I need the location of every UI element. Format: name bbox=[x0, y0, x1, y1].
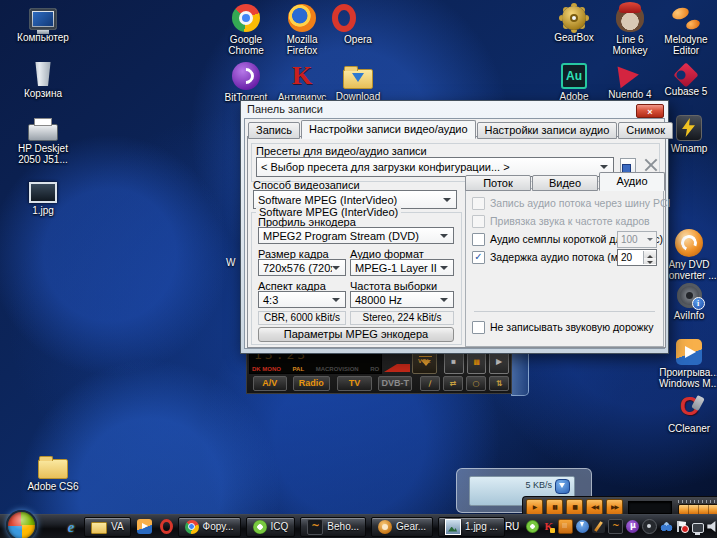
taskbar-opera-icon[interactable] bbox=[160, 519, 173, 534]
pause-button[interactable]: ▮▮ bbox=[546, 499, 563, 515]
taskbar-button-label: ICQ bbox=[271, 521, 289, 532]
tray-icon[interactable] bbox=[692, 523, 704, 533]
desktop-icon-image bbox=[343, 69, 373, 89]
no-audio-track-row[interactable]: Не записывать звуковую дорожку bbox=[472, 319, 659, 335]
checkbox[interactable] bbox=[472, 233, 485, 246]
stream-tab[interactable]: Поток bbox=[465, 175, 531, 191]
sample-rate-combo[interactable]: 48000 Hz bbox=[350, 291, 454, 308]
tray-icon[interactable] bbox=[660, 520, 673, 533]
checkbox-row[interactable]: Аудио семплы короткой длины (мс) 100 bbox=[472, 231, 659, 247]
taskbar-button[interactable]: 1.jpg ... bbox=[438, 517, 505, 537]
tray-icon[interactable] bbox=[526, 520, 539, 533]
mode-button[interactable]: TV bbox=[337, 376, 372, 391]
desktop-icon[interactable]: Проигрыва...Windows M... bbox=[661, 339, 717, 389]
desktop-icon-label: Opera bbox=[344, 34, 372, 45]
tray-icon[interactable] bbox=[642, 519, 657, 534]
desktop-icon-label: CCleaner bbox=[668, 423, 710, 434]
desktop-icon[interactable]: HP Deskjet2050 J51... bbox=[0, 116, 86, 165]
checkbox-label: Привязка звука к частоте кадров bbox=[490, 215, 650, 227]
taskbar-button[interactable]: Фору... bbox=[178, 517, 241, 537]
dialog-title: Панель записи bbox=[247, 103, 323, 115]
taskbar-button-va[interactable]: VA bbox=[84, 517, 131, 537]
desktop-icon-label: Winamp bbox=[671, 143, 708, 154]
stream-tab[interactable]: Видео bbox=[532, 175, 598, 191]
close-button[interactable]: × bbox=[636, 104, 664, 118]
checkbox-row[interactable]: ✓ Задержка аудио потока (мс) 20 bbox=[472, 249, 659, 265]
tool-button[interactable]: ⇄ bbox=[443, 376, 463, 391]
value-control[interactable]: 100 bbox=[617, 231, 657, 248]
volume-label: VOL bbox=[413, 358, 436, 364]
mode-button[interactable]: Radio bbox=[293, 376, 330, 391]
tool-button[interactable]: ○ bbox=[466, 376, 486, 391]
spinner-buttons[interactable] bbox=[643, 251, 656, 264]
desktop-icon-label: AviInfo bbox=[674, 310, 704, 321]
volume-wedge-icon[interactable] bbox=[384, 364, 409, 372]
tray-icon[interactable] bbox=[558, 519, 573, 534]
taskbar-button[interactable]: Gear... bbox=[371, 517, 433, 537]
audio-format-combo[interactable]: MPEG-1 Layer II bbox=[350, 259, 454, 276]
previous-button[interactable]: ◀◀ bbox=[586, 499, 603, 515]
tray-icon[interactable] bbox=[576, 520, 589, 533]
desktop-icon-label: GoogleChrome bbox=[228, 34, 264, 56]
download-badge-icon bbox=[555, 479, 570, 494]
desktop-icon[interactable]: Line 6Monkey bbox=[602, 4, 658, 62]
desktop-icon[interactable]: GearBox bbox=[546, 4, 602, 62]
stop-button[interactable]: ■ bbox=[566, 499, 583, 515]
checkbox[interactable] bbox=[472, 215, 485, 228]
desktop-icon[interactable]: 1.jpg bbox=[0, 176, 86, 216]
mode-button[interactable]: A/V bbox=[253, 376, 287, 391]
frame-size-combo[interactable]: 720x576 (720x480) bbox=[258, 259, 346, 276]
stream-tab[interactable]: Аудио bbox=[599, 172, 665, 191]
desktop-icon[interactable]: Opera bbox=[330, 4, 386, 62]
encoder-profile-combo[interactable]: MPEG2 Program Stream (DVD) bbox=[258, 227, 454, 244]
desktop-icon-adobe-cs6[interactable]: Adobe CS6 bbox=[10, 452, 96, 492]
play-button[interactable]: ▶ bbox=[526, 499, 543, 515]
checkbox[interactable] bbox=[472, 321, 485, 334]
taskbar-button[interactable]: ICQ bbox=[246, 517, 296, 537]
desktop-icon[interactable]: CCleaner bbox=[661, 393, 717, 434]
tab-label: Снимок bbox=[626, 124, 665, 136]
desktop-icon[interactable]: MozillaFirefox bbox=[274, 4, 330, 62]
mode-button[interactable]: DVB-T bbox=[378, 376, 412, 391]
taskbar-button[interactable]: Beho... bbox=[300, 517, 366, 537]
start-button[interactable] bbox=[6, 510, 37, 538]
checkbox-row[interactable]: Привязка звука к частоте кадров bbox=[472, 213, 659, 229]
tray-icon[interactable] bbox=[626, 520, 639, 533]
tab-label: Запись bbox=[256, 124, 292, 136]
desktop-icon[interactable]: Компьютер bbox=[0, 4, 86, 43]
taskbar-wmp-icon[interactable] bbox=[137, 519, 152, 534]
tray-icon[interactable] bbox=[676, 520, 689, 533]
checkbox-row[interactable]: Запись аудио потока через шину PCI bbox=[472, 195, 659, 211]
tray-icon[interactable] bbox=[542, 520, 555, 533]
next-button[interactable]: ▶▶ bbox=[606, 499, 623, 515]
desktop-icon-label: 1.jpg bbox=[32, 205, 54, 216]
chevron-down-icon bbox=[440, 266, 448, 274]
dialog-tab[interactable]: Запись bbox=[248, 122, 300, 139]
mpeg-params-button[interactable]: Параметры MPEG энкодера bbox=[258, 327, 454, 342]
dialog-tab[interactable]: Настройки записи видео/аудио bbox=[301, 120, 475, 139]
encoder-profile-value: MPEG2 Program Stream (DVD) bbox=[259, 230, 440, 242]
tray-icon[interactable] bbox=[592, 520, 605, 533]
tool-button[interactable]: ∕ bbox=[420, 376, 440, 391]
spin-down-icon[interactable] bbox=[644, 258, 656, 265]
desktop-icon[interactable]: AviInfo bbox=[661, 283, 717, 321]
desktop-icon[interactable]: GoogleChrome bbox=[218, 4, 274, 62]
checkbox[interactable] bbox=[472, 197, 485, 210]
tray-icon[interactable] bbox=[608, 519, 623, 534]
delete-preset-icon[interactable] bbox=[644, 158, 658, 172]
checkbox[interactable]: ✓ bbox=[472, 251, 485, 264]
taskbar-ie-icon[interactable] bbox=[63, 519, 79, 535]
dialog-titlebar[interactable]: Панель записи × bbox=[241, 101, 668, 118]
tool-button[interactable]: ⇅ bbox=[489, 376, 509, 391]
dialog-tab[interactable]: Снимок bbox=[618, 122, 673, 139]
dialog-tab[interactable]: Настройки записи аудио bbox=[477, 122, 618, 139]
desktop-icon-label: HP Deskjet2050 J51... bbox=[18, 143, 68, 165]
stream-tabs: ПотокВидеоАудио bbox=[465, 172, 666, 189]
language-indicator[interactable]: RU bbox=[505, 521, 519, 532]
value-control[interactable]: 20 bbox=[617, 249, 657, 266]
aspect-value: 4:3 bbox=[259, 294, 332, 306]
desktop-icon[interactable]: Any DVDConverter ... bbox=[661, 229, 717, 281]
desktop-icon[interactable]: Корзина bbox=[0, 60, 86, 99]
aspect-combo[interactable]: 4:3 bbox=[258, 291, 346, 308]
tray-icon[interactable] bbox=[707, 520, 717, 533]
